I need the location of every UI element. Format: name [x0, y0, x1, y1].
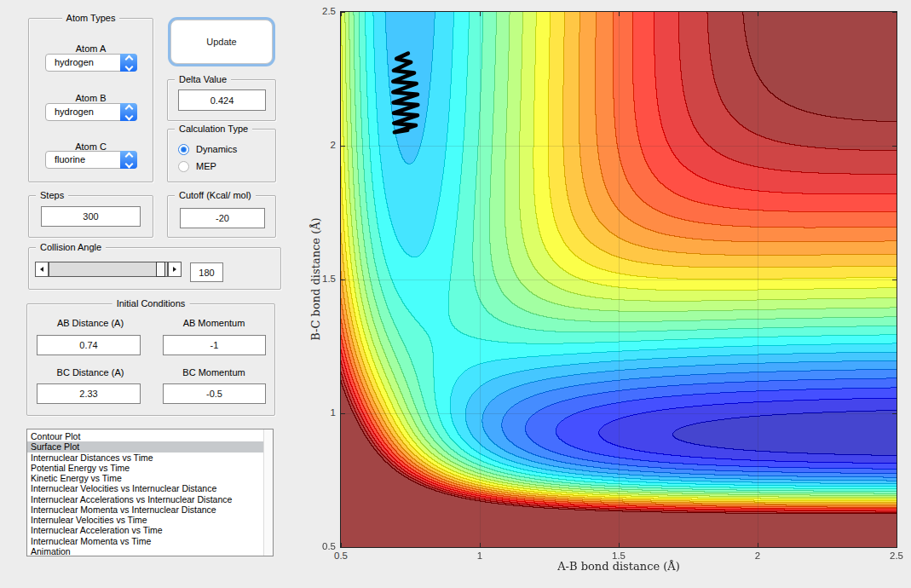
ab-distance-label: AB Distance (A) [34, 318, 147, 328]
atom-a-label: Atom A [29, 43, 153, 54]
list-item[interactable]: Internuclear Momenta vs Internuclear Dis… [27, 504, 263, 515]
slider-thumb[interactable] [156, 262, 165, 277]
panel-cutoff-title: Cutoff (Kcal/ mol) [175, 189, 256, 201]
slider-left-arrow-button[interactable] [35, 262, 49, 277]
list-item[interactable]: Internuclear Acceleration vs Time [27, 525, 263, 535]
bc-momentum-label: BC Momentum [158, 367, 270, 378]
pes-plot [340, 11, 897, 548]
list-item[interactable]: Internuclear Accelerations vs Internucle… [27, 494, 263, 504]
y-axis-label: B-C bond distance (Å) [309, 194, 324, 365]
list-item[interactable]: Internulear Velocities vs Time [27, 515, 263, 525]
bc-momentum-input[interactable] [163, 383, 266, 404]
bc-distance-label: BC Distance (A) [34, 367, 147, 378]
radio-mep-label: MEP [196, 161, 216, 171]
slider-right-arrow-button[interactable] [168, 262, 182, 277]
list-item[interactable]: Internuclear Velocities vs Internuclear … [27, 483, 263, 493]
ab-momentum-label: AB Momentum [158, 318, 270, 328]
app-window: Atom Types Atom A hydrogen Atom B hydrog… [0, 0, 911, 588]
y-tick-label: 0.5 [300, 541, 336, 551]
panel-calculation-type: Calculation Type Dynamics MEP [167, 129, 276, 182]
list-item[interactable]: Potential Energy vs Time [27, 463, 263, 473]
steps-input[interactable] [41, 206, 141, 227]
dropdown-stepper-icon [120, 151, 137, 169]
atom-b-value: hydrogen [55, 104, 94, 120]
left-arrow-icon [40, 267, 43, 272]
panel-initial-conditions-title: Initial Conditions [112, 297, 190, 309]
slider-track[interactable] [49, 262, 168, 277]
right-arrow-icon [173, 267, 176, 272]
bc-distance-input[interactable] [37, 383, 141, 404]
atom-a-value: hydrogen [55, 55, 94, 71]
panel-steps-title: Steps [36, 189, 68, 201]
atom-a-select[interactable]: hydrogen [45, 54, 137, 72]
list-item[interactable]: Internuclear Momenta vs Time [27, 536, 263, 546]
radio-dynamics[interactable]: Dynamics [178, 142, 237, 156]
atom-c-value: fluorine [55, 152, 85, 168]
x-tick-label: 0.5 [322, 551, 360, 561]
radio-dynamics-label: Dynamics [196, 144, 237, 154]
panel-calculation-type-title: Calculation Type [175, 123, 252, 135]
panel-collision-angle-title: Collision Angle [36, 241, 106, 253]
atom-b-label: Atom B [29, 93, 153, 103]
y-tick-label: 1 [300, 407, 336, 418]
delta-value-input[interactable] [178, 89, 266, 111]
ab-distance-input[interactable] [37, 335, 141, 355]
radio-mep[interactable]: MEP [178, 159, 216, 173]
y-tick-label: 2.5 [300, 6, 336, 16]
x-tick-label: 2.5 [878, 551, 911, 561]
plot-type-listbox[interactable]: Contour PlotSurface PlotInternuclear Dis… [26, 429, 274, 556]
panel-initial-conditions: Initial Conditions AB Distance (A) AB Mo… [26, 303, 275, 416]
panel-steps: Steps [28, 195, 153, 238]
panel-atom-types-title: Atom Types [62, 12, 120, 24]
dropdown-stepper-icon [120, 103, 137, 121]
panel-delta-value-title: Delta Value [175, 73, 231, 85]
collision-angle-slider[interactable] [35, 262, 182, 277]
list-item[interactable]: Animation [27, 546, 263, 556]
list-item[interactable]: Kinetic Energy vs Time [27, 473, 263, 483]
x-tick-label: 2 [739, 551, 776, 561]
atom-c-select[interactable]: fluorine [45, 151, 137, 169]
update-button[interactable]: Update [170, 20, 273, 64]
list-item[interactable]: Internuclear Distances vs Time [27, 453, 263, 463]
ab-momentum-input[interactable] [163, 335, 266, 355]
atom-b-select[interactable]: hydrogen [45, 103, 137, 121]
listbox-items: Contour PlotSurface PlotInternuclear Dis… [27, 429, 263, 556]
radio-selected-icon [178, 144, 189, 155]
radio-unselected-icon [178, 161, 189, 172]
list-item[interactable]: Contour Plot [27, 431, 263, 441]
list-item[interactable]: Surface Plot [27, 441, 263, 452]
y-tick-label: 2 [300, 140, 336, 150]
collision-angle-input[interactable] [190, 262, 223, 282]
contour-plot-canvas[interactable] [341, 12, 897, 547]
dropdown-stepper-icon [120, 54, 137, 72]
cutoff-input[interactable] [180, 208, 265, 228]
panel-collision-angle: Collision Angle [28, 247, 281, 290]
panel-delta-value: Delta Value [167, 79, 276, 121]
x-axis-label: A-B bond distance (Å) [533, 560, 704, 573]
listbox-scrollbar[interactable] [263, 429, 273, 556]
panel-atom-types: Atom Types Atom A hydrogen Atom B hydrog… [28, 18, 153, 182]
panel-cutoff: Cutoff (Kcal/ mol) [167, 195, 276, 238]
x-tick-label: 1 [461, 551, 499, 561]
